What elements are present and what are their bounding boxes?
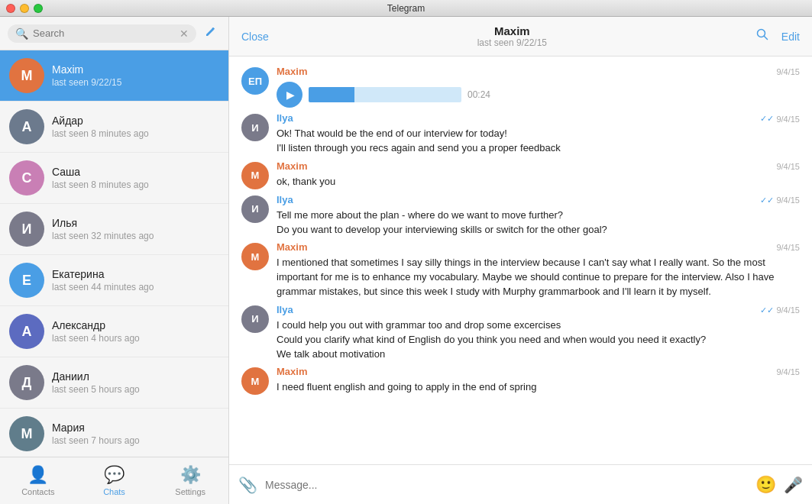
emoji-icon[interactable]: 🙂 (755, 475, 776, 495)
chat-info: Сашаlast seen 8 minutes ago (52, 166, 219, 190)
message-text: Tell me more about the plan - where do w… (277, 208, 800, 223)
minimize-btn[interactable] (20, 4, 29, 13)
nav-label-settings: Settings (175, 487, 205, 496)
message-text: We talk about motivation (277, 347, 800, 362)
message-text: I could help you out with grammar too an… (277, 318, 800, 333)
message-row: ИIlya✓✓9/4/15Tell me more about the plan… (241, 194, 800, 237)
voice-message: ▶00:24 (277, 82, 800, 108)
avatar: М (241, 243, 269, 270)
input-bar: 📎 🙂 🎤 (229, 464, 812, 504)
chat-edit-button[interactable]: Edit (781, 31, 800, 43)
message-content: Maxim9/4/15I mentioned that sometimes I … (277, 241, 800, 299)
app-body: 🔍 ✕ МMaximlast seen 9/22/15ААйдарlast se… (0, 17, 812, 504)
avatar: Е (9, 263, 44, 298)
message-text: ok, thank you (277, 175, 800, 189)
message-meta: 9/4/15 (776, 367, 800, 376)
message-text: I'll listen through you recs again and s… (277, 141, 800, 156)
message-header: Maxim9/4/15 (277, 160, 800, 173)
chat-area: Close Maxim last seen 9/22/15 Edit ЕПMax… (229, 17, 812, 504)
contacts-icon: 👤 (27, 465, 48, 485)
check-icon: ✓✓ (760, 114, 774, 124)
message-meta: ✓✓9/4/15 (760, 305, 800, 315)
sidebar: 🔍 ✕ МMaximlast seen 9/22/15ААйдарlast se… (0, 17, 229, 504)
chat-status: last seen 5 hours ago (52, 384, 219, 395)
chat-name: Екатерина (52, 268, 219, 280)
nav-item-settings[interactable]: ⚙️Settings (152, 460, 228, 501)
chat-info: Даниилlast seen 5 hours ago (52, 370, 219, 395)
message-date: 9/4/15 (776, 115, 800, 124)
avatar: М (241, 162, 269, 189)
avatar: С (9, 160, 44, 195)
chat-close-button[interactable]: Close (241, 31, 269, 43)
chat-item-sasha[interactable]: ССашаlast seen 8 minutes ago (0, 153, 228, 204)
message-content: Ilya✓✓9/4/15Ok! That would be the end of… (277, 112, 800, 156)
message-header: Maxim9/4/15 (277, 66, 800, 79)
chat-item-maria[interactable]: ММарияlast seen 7 hours ago (0, 409, 228, 457)
check-icon: ✓✓ (760, 305, 774, 315)
play-icon: ▶ (286, 89, 295, 101)
microphone-icon[interactable]: 🎤 (784, 476, 803, 494)
nav-item-contacts[interactable]: 👤Contacts (0, 460, 76, 501)
chat-search-icon[interactable] (755, 27, 769, 45)
chat-name: Даниил (52, 370, 219, 383)
chat-header-status: last seen 9/22/15 (477, 37, 547, 48)
chat-header-info: Maxim last seen 9/22/15 (477, 24, 547, 48)
message-sender: Ilya (277, 194, 293, 205)
compose-button[interactable] (201, 23, 221, 44)
message-row: ИIlya✓✓9/4/15Ok! That would be the end o… (241, 112, 800, 156)
message-meta: 9/4/15 (776, 162, 800, 171)
check-icon: ✓✓ (760, 195, 774, 205)
message-input[interactable] (265, 479, 748, 491)
chat-status: last seen 8 minutes ago (52, 128, 219, 139)
chat-list: МMaximlast seen 9/22/15ААйдарlast seen 8… (0, 50, 228, 457)
message-row: МMaxim9/4/15I need fluent english and go… (241, 366, 800, 395)
chat-item-daniil[interactable]: ДДаниилlast seen 5 hours ago (0, 357, 228, 409)
message-date: 9/4/15 (776, 67, 800, 76)
chat-item-ilya[interactable]: ИИльяlast seen 32 minutes ago (0, 204, 228, 255)
chat-header-actions: Edit (755, 27, 800, 45)
chat-info: Ильяlast seen 32 minutes ago (52, 217, 219, 241)
chat-status: last seen 4 hours ago (52, 333, 219, 344)
nav-item-chats[interactable]: 💬Chats (76, 460, 153, 501)
message-text: I need fluent english and going to apply… (277, 380, 800, 395)
window-title: Telegram (387, 3, 425, 14)
maximize-btn[interactable] (34, 4, 43, 13)
chat-item-ajdar[interactable]: ААйдарlast seen 8 minutes ago (0, 102, 228, 153)
message-row: ИIlya✓✓9/4/15I could help you out with g… (241, 304, 800, 362)
avatar: И (241, 305, 269, 333)
message-content: Maxim9/4/15I need fluent english and goi… (277, 366, 800, 395)
attach-icon[interactable]: 📎 (238, 476, 257, 494)
chat-item-alexander[interactable]: ААлександрlast seen 4 hours ago (0, 306, 228, 357)
search-input[interactable] (33, 27, 175, 39)
close-btn[interactable] (6, 4, 15, 13)
message-text: Ok! That would be the end of our intervi… (277, 127, 800, 141)
chat-info: Александрlast seen 4 hours ago (52, 319, 219, 344)
chat-item-maxim[interactable]: МMaximlast seen 9/22/15 (0, 50, 228, 102)
chat-status: last seen 8 minutes ago (52, 179, 219, 190)
chat-name: Мария (52, 422, 219, 434)
avatar: А (9, 314, 44, 349)
chat-name: Александр (52, 319, 219, 331)
message-header: Maxim9/4/15 (277, 241, 800, 254)
message-row: МMaxim9/4/15I mentioned that sometimes I… (241, 241, 800, 299)
chat-name: Илья (52, 217, 219, 229)
message-row: МMaxim9/4/15ok, thank you (241, 160, 800, 189)
message-text: Could you clarify what kind of English d… (277, 333, 800, 347)
chat-name: Maxim (52, 63, 219, 76)
message-date: 9/4/15 (776, 367, 800, 376)
chat-item-ekaterina[interactable]: ЕЕкатеринаlast seen 44 minutes ago (0, 255, 228, 306)
message-sender: Ilya (277, 304, 293, 315)
search-container[interactable]: 🔍 ✕ (8, 24, 196, 43)
svg-line-1 (764, 37, 767, 40)
play-button[interactable]: ▶ (277, 82, 302, 108)
message-text: Do you want to develop your interviewing… (277, 223, 800, 237)
nav-label-chats: Chats (103, 487, 125, 496)
avatar: М (9, 58, 44, 93)
messages-list: ЕПMaxim9/4/15▶00:24ИIlya✓✓9/4/15Ok! That… (229, 57, 812, 464)
waveform (309, 87, 461, 102)
window-controls (6, 4, 43, 13)
clear-search-icon[interactable]: ✕ (180, 27, 189, 40)
message-row: ЕПMaxim9/4/15▶00:24 (241, 66, 800, 108)
message-content: Maxim9/4/15ok, thank you (277, 160, 800, 189)
message-sender: Maxim (277, 366, 307, 377)
